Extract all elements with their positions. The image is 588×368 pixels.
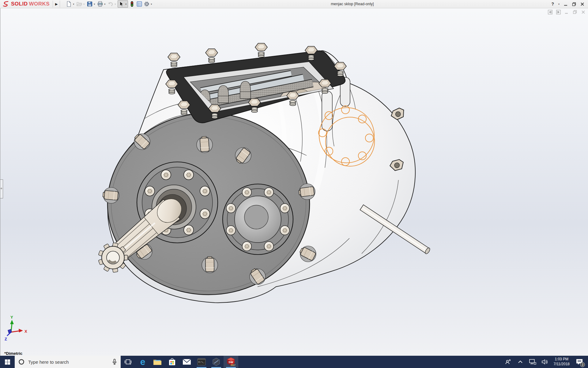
windows-taskbar: e (0, 356, 588, 368)
brand-solid: SOLID (11, 1, 28, 7)
selection-filter-button[interactable] (129, 0, 135, 8)
print-icon (97, 1, 103, 7)
select-tool-button[interactable]: ▾ (118, 0, 128, 8)
people-icon (505, 359, 511, 365)
brand-works: WORKS (29, 1, 50, 7)
microsoft-store-icon (168, 358, 176, 366)
network-ethernet-icon (529, 359, 536, 365)
edrawings-hexagon-icon (212, 358, 221, 366)
help-button[interactable]: ? (551, 2, 554, 6)
undo-button[interactable]: ▾ (107, 0, 117, 8)
collapse-left-icon[interactable] (548, 10, 552, 14)
document-window-controls (548, 10, 586, 14)
taskbar-solidworks-button[interactable]: SW 2017 (224, 356, 238, 368)
dropdown-caret-icon[interactable]: ▾ (72, 3, 75, 6)
tab-handle-dot-icon (1, 188, 2, 189)
taskbar-command-prompt-button[interactable]: C:\_ (194, 356, 209, 368)
undo-icon (107, 1, 114, 7)
new-document-button[interactable]: ▾ (66, 0, 75, 8)
titlebar: SOLIDWORKS ▶ ▾ ▾ (0, 0, 588, 8)
reference-triad: Y X Z (5, 315, 27, 341)
sw-year-label: 2017 (231, 364, 236, 366)
open-button[interactable]: ▾ (76, 0, 86, 8)
speaker-icon (541, 359, 548, 365)
start-button[interactable] (0, 356, 15, 368)
selection-filter-traffic-light-icon (129, 1, 135, 7)
action-center-button[interactable]: 3 (574, 357, 585, 367)
mail-icon (183, 359, 191, 365)
document-title: menjac sklop [Read-only] (153, 2, 551, 6)
select-cursor-icon (118, 1, 124, 7)
task-view-button[interactable] (121, 356, 135, 368)
axis-z-label: Z (5, 337, 7, 341)
graphics-viewport[interactable]: Y X Z (0, 8, 588, 356)
options-button[interactable]: ▾ (143, 0, 153, 8)
options-gear-icon (144, 1, 150, 7)
dropdown-caret-icon[interactable]: ▾ (124, 3, 127, 6)
restore-button[interactable] (572, 2, 576, 6)
taskbar-clock[interactable]: 1:03 PM 7/11/2018 (552, 357, 571, 366)
axis-y-label: Y (10, 315, 13, 320)
command-prompt-icon: C:\_ (197, 358, 206, 366)
volume-button[interactable] (540, 357, 549, 366)
doc-minimize-icon[interactable] (564, 10, 569, 14)
doc-close-icon[interactable] (581, 10, 586, 14)
main-toolbar: ▾ ▾ ▾ (60, 0, 153, 8)
taskbar-file-explorer-button[interactable] (150, 356, 165, 368)
dropdown-caret-icon: ▾ (114, 3, 117, 6)
taskbar-store-button[interactable] (165, 356, 179, 368)
cortana-circle-icon (18, 359, 24, 365)
dropdown-caret-icon[interactable]: ▾ (93, 3, 96, 6)
3d-model-gearbox-assembly[interactable]: Y X Z (0, 8, 588, 356)
window-controls: ? ▾ (551, 2, 588, 6)
spline-teeth-end (98, 243, 128, 272)
hidden-icons-button[interactable] (516, 357, 525, 366)
dropdown-caret-icon[interactable]: ▾ (103, 3, 106, 6)
document-properties-icon (136, 1, 142, 7)
taskbar-search-box[interactable] (15, 356, 121, 368)
search-input[interactable] (28, 359, 108, 365)
new-document-icon (66, 1, 72, 7)
taskbar-edge-button[interactable]: e (135, 356, 150, 368)
flyout-arrow-button[interactable]: ▶ (53, 1, 60, 7)
notification-count-badge: 3 (580, 362, 585, 367)
document-properties-button[interactable] (136, 0, 143, 8)
microphone-icon[interactable] (112, 359, 117, 365)
people-button[interactable] (503, 357, 513, 366)
task-view-icon (125, 359, 131, 365)
secondary-bearing-cover[interactable] (223, 184, 293, 255)
chevron-up-icon (518, 360, 523, 363)
dassault-3ds-logo-icon (2, 1, 10, 7)
dropdown-caret-icon: ▾ (82, 3, 85, 6)
system-tray: 1:03 PM 7/11/2018 3 (503, 356, 588, 368)
sw-label: SW (228, 360, 233, 364)
collapse-right-icon[interactable] (556, 10, 561, 14)
feature-manager-collapsed-tab[interactable] (0, 179, 3, 198)
minimize-button[interactable] (564, 2, 568, 6)
edge-icon: e (140, 357, 145, 366)
network-button[interactable] (528, 357, 537, 366)
solidworks-window: SOLIDWORKS ▶ ▾ ▾ (0, 0, 588, 368)
taskbar-mail-button[interactable] (179, 356, 194, 368)
save-icon (87, 1, 93, 7)
solidworks-2017-icon: SW 2017 (226, 357, 236, 366)
solidworks-logo: SOLIDWORKS (0, 0, 53, 8)
save-button[interactable]: ▾ (86, 0, 96, 8)
date-label: 7/11/2018 (554, 362, 570, 367)
axis-x-label: X (24, 329, 27, 334)
open-icon (76, 1, 82, 7)
time-label: 1:03 PM (554, 357, 570, 362)
file-explorer-icon (153, 358, 162, 366)
dropdown-caret-icon[interactable]: ▾ (150, 3, 153, 6)
close-button[interactable] (580, 2, 584, 6)
cmd-prompt-text: C:\_ (198, 361, 204, 363)
taskbar-edrawings-button[interactable] (209, 356, 224, 368)
print-button[interactable]: ▾ (97, 0, 107, 8)
doc-restore-icon[interactable] (573, 10, 577, 14)
help-dropdown-caret-icon[interactable]: ▾ (558, 3, 560, 6)
windows-logo-icon (5, 359, 10, 365)
view-orientation-label: *Dimetric (4, 351, 22, 356)
